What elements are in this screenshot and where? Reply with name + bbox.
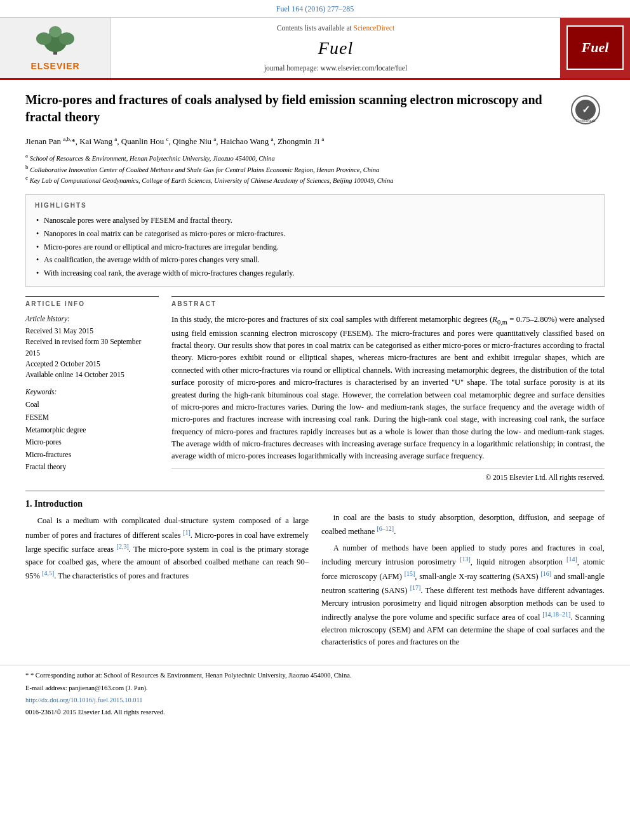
- journal-header: ELSEVIER Contents lists available at Sci…: [0, 18, 630, 80]
- ref-4-5[interactable]: [4,5]: [42, 570, 54, 577]
- ref-2-3[interactable]: [2,3]: [117, 543, 129, 550]
- ref-15[interactable]: [15]: [405, 570, 415, 577]
- intro-para-1: Coal is a medium with complicated dual-s…: [25, 515, 309, 582]
- highlight-item-4: As coalification, the average width of m…: [35, 253, 595, 267]
- journal-homepage-line: journal homepage: www.elsevier.com/locat…: [264, 63, 407, 73]
- contents-available-line: Contents lists available at ScienceDirec…: [277, 23, 394, 33]
- article-title-section: Micro-pores and fractures of coals analy…: [25, 91, 605, 129]
- keyword-4: Micro-pores: [25, 436, 159, 449]
- copyright-line: © 2015 Elsevier Ltd. All rights reserved…: [171, 468, 605, 483]
- article-content: Micro-pores and fractures of coals analy…: [0, 80, 630, 658]
- revised-date: Received in revised form 30 September201…: [25, 337, 159, 359]
- elsevier-logo-section: ELSEVIER: [0, 18, 111, 78]
- citation-text: Fuel 164 (2016) 277–285: [276, 4, 354, 13]
- abstract-text: In this study, the micro-pores and fract…: [171, 314, 605, 463]
- article-history-group: Article history: Received 31 May 2015 Re…: [25, 314, 159, 380]
- intro-section: 1. Introduction Coal is a medium with co…: [25, 498, 605, 653]
- authors-line: Jienan Pan a,b,*, Kai Wang a, Quanlin Ho…: [25, 135, 605, 148]
- keyword-5: Micro-fractures: [25, 449, 159, 462]
- page-container: Fuel 164 (2016) 277–285 ELSEVIER: [0, 0, 630, 726]
- intro-left: 1. Introduction Coal is a medium with co…: [25, 498, 309, 653]
- ref-17[interactable]: [17]: [410, 584, 421, 591]
- svg-text:CrossMark: CrossMark: [575, 118, 596, 123]
- footnote-star-text: * * Corresponding author at: School of R…: [25, 670, 605, 681]
- highlight-item-3: Micro-pores are round or elliptical and …: [35, 241, 595, 254]
- issn-text: 0016-2361/© 2015 Elsevier Ltd. All right…: [25, 707, 605, 717]
- article-info-col: ARTICLE INFO Article history: Received 3…: [25, 296, 159, 483]
- keywords-list: Coal FESEM Metamorphic degree Micro-pore…: [25, 399, 159, 473]
- svg-point-2: [36, 32, 51, 45]
- footnote-email: E-mail address: panjienan@163.com (J. Pa…: [25, 683, 605, 693]
- fuel-cover-box: Fuel: [566, 25, 624, 70]
- highlights-list: Nanoscale pores were analysed by FESEM a…: [35, 214, 595, 280]
- crossmark-icon: ✓ CrossMark: [570, 94, 601, 126]
- body-divider: [25, 490, 605, 491]
- ref-13[interactable]: [13]: [460, 556, 471, 563]
- abstract-header: ABSTRACT: [171, 296, 605, 309]
- citation-bar: Fuel 164 (2016) 277–285: [0, 0, 630, 18]
- ref-6-12[interactable]: [6–12]: [377, 525, 394, 532]
- elsevier-tree-icon: [30, 23, 81, 58]
- highlight-item-5: With increasing coal rank, the average w…: [35, 267, 595, 280]
- keyword-6: Fractal theory: [25, 461, 159, 474]
- intro-right: in coal are the basis to study absorptio…: [321, 498, 605, 653]
- article-title: Micro-pores and fractures of coals analy…: [25, 91, 570, 126]
- intro-section-title: 1. Introduction: [25, 498, 309, 510]
- footer-links: http://dx.doi.org/10.1016/j.fuel.2015.10…: [25, 696, 605, 705]
- highlights-box: HIGHLIGHTS Nanoscale pores were analysed…: [25, 194, 605, 287]
- intro-left-text: Coal is a medium with complicated dual-s…: [25, 515, 309, 582]
- keyword-2: FESEM: [25, 411, 159, 424]
- ref-14[interactable]: [14]: [566, 556, 577, 563]
- keywords-group: Keywords: Coal FESEM Metamorphic degree …: [25, 387, 159, 473]
- two-col-section: ARTICLE INFO Article history: Received 3…: [25, 296, 605, 483]
- footer-section: * * Corresponding author at: School of R…: [0, 665, 630, 726]
- footnote-star-content: * Corresponding author at: School of Res…: [30, 672, 352, 679]
- sciencedirect-link[interactable]: ScienceDirect: [354, 24, 395, 32]
- abstract-paragraph: In this study, the micro-pores and fract…: [171, 314, 605, 463]
- affiliation-c: c Key Lab of Computational Geodynamics, …: [25, 174, 605, 185]
- journal-cover-right: Fuel: [560, 18, 630, 78]
- svg-point-3: [59, 32, 74, 45]
- accepted-date: Accepted 2 October 2015: [25, 359, 159, 370]
- highlight-item-2: Nanopores in coal matrix can be categori…: [35, 227, 595, 241]
- received-date: Received 31 May 2015: [25, 326, 159, 337]
- elsevier-wordmark: ELSEVIER: [30, 60, 79, 73]
- highlights-title: HIGHLIGHTS: [35, 201, 595, 210]
- footnote-star-label: *: [25, 672, 30, 679]
- article-info-header: ARTICLE INFO: [25, 296, 159, 309]
- keyword-3: Metamorphic degree: [25, 424, 159, 437]
- intro-right-para-2: A number of methods have been applied to…: [321, 542, 605, 649]
- copyright-text: © 2015 Elsevier Ltd. All rights reserved…: [485, 474, 605, 481]
- svg-point-4: [49, 26, 62, 37]
- affiliations: a School of Resources & Environment, Hen…: [25, 152, 605, 185]
- affiliation-b: b Collaborative Innovation Center of Coa…: [25, 163, 605, 175]
- journal-info-center: Contents lists available at ScienceDirec…: [111, 18, 560, 78]
- crossmark-logo: ✓ CrossMark: [570, 94, 605, 129]
- doi-link[interactable]: http://dx.doi.org/10.1016/j.fuel.2015.10…: [25, 696, 143, 705]
- intro-right-text: in coal are the basis to study absorptio…: [321, 512, 605, 649]
- ref-16[interactable]: [16]: [540, 570, 551, 577]
- fuel-cover-text: Fuel: [582, 38, 609, 58]
- keyword-1: Coal: [25, 399, 159, 411]
- doi-text: http://dx.doi.org/10.1016/j.fuel.2015.10…: [25, 697, 143, 703]
- email-label: E-mail address: panjienan@163.com (J. Pa…: [25, 684, 148, 691]
- intro-right-para-1: in coal are the basis to study absorptio…: [321, 512, 605, 538]
- elsevier-logo: ELSEVIER: [30, 23, 81, 73]
- svg-text:✓: ✓: [582, 104, 590, 115]
- journal-name-display: Fuel: [318, 36, 353, 60]
- highlight-item-1: Nanoscale pores were analysed by FESEM a…: [35, 214, 595, 227]
- ref-14-21[interactable]: [14,18–21]: [542, 611, 570, 618]
- abstract-col: ABSTRACT In this study, the micro-pores …: [171, 296, 605, 483]
- ref-1[interactable]: [1]: [183, 529, 191, 536]
- keywords-label: Keywords:: [25, 387, 159, 397]
- history-label: Article history:: [25, 314, 159, 324]
- available-date: Available online 14 October 2015: [25, 370, 159, 380]
- affiliation-a: a School of Resources & Environment, Hen…: [25, 152, 605, 163]
